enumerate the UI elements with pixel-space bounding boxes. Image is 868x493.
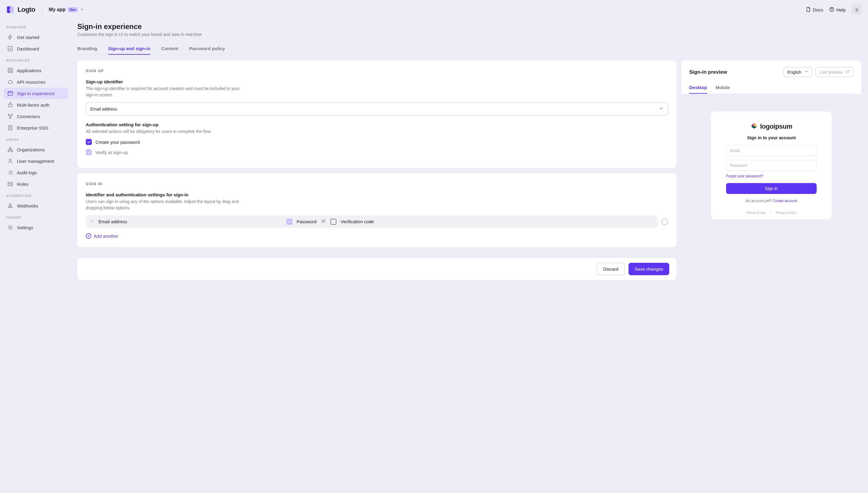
nav-item-roles[interactable]: Roles bbox=[4, 178, 68, 190]
svg-point-22 bbox=[9, 159, 12, 161]
avatar[interactable]: S bbox=[852, 4, 862, 15]
nav-item-audit-logs[interactable]: Audit logs bbox=[4, 167, 68, 178]
svg-point-29 bbox=[91, 220, 92, 220]
signup-card: SIGN UP Sign-up identifier The sign-up i… bbox=[77, 60, 676, 168]
grid-icon bbox=[7, 67, 13, 73]
signin-identifier-name: Email address bbox=[99, 219, 282, 224]
terms-link[interactable]: Terms of Use bbox=[746, 211, 766, 214]
svg-rect-21 bbox=[11, 150, 13, 152]
svg-point-30 bbox=[92, 220, 93, 220]
remove-row-button[interactable] bbox=[661, 218, 668, 225]
forgot-password-link[interactable]: Forgot your password? bbox=[726, 174, 763, 178]
external-link-icon bbox=[845, 69, 850, 74]
app-selector[interactable]: My app Dev bbox=[49, 7, 84, 13]
svg-point-27 bbox=[10, 203, 11, 205]
svg-point-16 bbox=[11, 114, 13, 115]
tab-password-policy[interactable]: Password policy bbox=[189, 43, 225, 55]
svg-rect-14 bbox=[8, 104, 12, 107]
add-another-button[interactable]: Add another bbox=[86, 233, 668, 239]
nav-item-user-management[interactable]: User management bbox=[4, 155, 68, 167]
preview-tabs: Desktop Mobile bbox=[689, 82, 853, 94]
tab-content[interactable]: Content bbox=[161, 43, 178, 55]
plus-circle-icon bbox=[86, 233, 91, 239]
svg-rect-8 bbox=[8, 71, 10, 73]
password-checkbox[interactable] bbox=[286, 219, 292, 225]
gear-icon bbox=[7, 224, 13, 231]
header: Logto My app Dev Docs Help bbox=[0, 0, 868, 19]
signup-identifier-desc: The sign-up identifier is required for a… bbox=[86, 85, 243, 98]
privacy-link[interactable]: Privacy Policy bbox=[776, 211, 797, 214]
id-icon bbox=[7, 181, 13, 187]
svg-rect-10 bbox=[8, 91, 13, 95]
signup-auth-desc: All selected actions will be obligatory … bbox=[86, 128, 243, 135]
signin-button[interactable]: Sign in bbox=[726, 183, 817, 194]
building-icon bbox=[7, 125, 13, 131]
chevron-down-icon bbox=[80, 7, 84, 13]
browser-icon bbox=[7, 90, 13, 97]
footer-actions: Discard Save changes bbox=[77, 258, 676, 280]
save-button[interactable]: Save changes bbox=[629, 263, 669, 275]
verification-checkbox[interactable] bbox=[330, 219, 337, 225]
logo-text: Logto bbox=[18, 6, 35, 14]
svg-point-24 bbox=[9, 184, 10, 184]
live-preview-button[interactable]: Live preview bbox=[816, 67, 853, 77]
nav-item-applications[interactable]: Applications bbox=[4, 65, 68, 76]
nav-item-api-resources[interactable]: API resources bbox=[4, 76, 68, 88]
tab-signup-signin[interactable]: Sign-up and sign-in bbox=[108, 43, 150, 55]
swap-icon[interactable] bbox=[321, 218, 326, 225]
signup-identifier-select[interactable]: Email address bbox=[86, 102, 668, 115]
signin-card: SIGN IN Identifier and authentication se… bbox=[77, 173, 676, 247]
nav-item-connectors[interactable]: Connectors bbox=[4, 111, 68, 122]
signup-caption: SIGN UP bbox=[86, 69, 668, 73]
nav-section-tenant: TENANT bbox=[4, 212, 68, 222]
lightning-icon bbox=[7, 34, 13, 40]
cloud-icon bbox=[7, 79, 13, 85]
svg-point-28 bbox=[10, 227, 11, 228]
nav-section-users: USERS bbox=[4, 133, 68, 144]
create-password-checkbox[interactable]: Create your password bbox=[86, 139, 668, 145]
sidebar: OVERVIEW Get started Dashboard RESOURCES… bbox=[0, 19, 72, 493]
discard-button[interactable]: Discard bbox=[597, 263, 625, 275]
nav-item-settings[interactable]: Settings bbox=[4, 222, 68, 233]
lock-icon bbox=[7, 102, 13, 108]
tabs: Branding Sign-up and sign-in Content Pas… bbox=[77, 43, 861, 55]
nav-section-overview: OVERVIEW bbox=[4, 21, 68, 31]
svg-point-31 bbox=[91, 221, 92, 221]
drag-handle-icon[interactable] bbox=[90, 219, 94, 224]
logoipsum-icon bbox=[751, 122, 758, 130]
nav-item-get-started[interactable]: Get started bbox=[4, 31, 68, 43]
nav-item-webhooks[interactable]: Webhooks bbox=[4, 200, 68, 212]
svg-rect-7 bbox=[11, 68, 13, 70]
help-link[interactable]: Help bbox=[829, 7, 846, 13]
nav-item-mfa[interactable]: Multi-factor auth bbox=[4, 99, 68, 111]
svg-rect-1 bbox=[10, 6, 14, 13]
svg-point-33 bbox=[91, 222, 92, 222]
svg-point-32 bbox=[92, 221, 93, 221]
nav-item-organizations[interactable]: Organizations bbox=[4, 144, 68, 155]
preview-tab-mobile[interactable]: Mobile bbox=[715, 82, 730, 94]
docs-link[interactable]: Docs bbox=[805, 7, 823, 13]
logo-group[interactable]: Logto bbox=[6, 5, 35, 14]
preview-tab-desktop[interactable]: Desktop bbox=[689, 82, 707, 94]
verify-signup-checkbox[interactable]: Verify at sign-up bbox=[86, 149, 668, 155]
language-select[interactable]: English bbox=[783, 67, 812, 77]
nav-item-enterprise-sso[interactable]: Enterprise SSO bbox=[4, 122, 68, 133]
tab-branding[interactable]: Branding bbox=[77, 43, 97, 55]
password-input[interactable]: Password bbox=[726, 160, 817, 171]
webhook-icon bbox=[7, 203, 13, 209]
email-input[interactable]: Email bbox=[726, 145, 817, 156]
chevron-down-icon bbox=[659, 106, 664, 112]
no-account-text: No account yet? Create account bbox=[745, 199, 797, 203]
create-account-link[interactable]: Create account bbox=[773, 199, 797, 203]
nav-item-dashboard[interactable]: Dashboard bbox=[4, 43, 68, 55]
main: Sign-in experience Customize the sign in… bbox=[72, 19, 868, 493]
sitemap-icon bbox=[7, 147, 13, 153]
preview-logo: logoipsum bbox=[751, 122, 793, 130]
signin-identifier-title: Identifier and authentication settings f… bbox=[86, 192, 668, 197]
svg-rect-20 bbox=[8, 150, 10, 152]
svg-rect-19 bbox=[10, 147, 11, 149]
nav-item-signin-experience[interactable]: Sign-in experience bbox=[4, 88, 68, 99]
svg-point-12 bbox=[9, 92, 9, 92]
signin-caption: SIGN IN bbox=[86, 182, 668, 186]
svg-rect-6 bbox=[8, 68, 10, 70]
